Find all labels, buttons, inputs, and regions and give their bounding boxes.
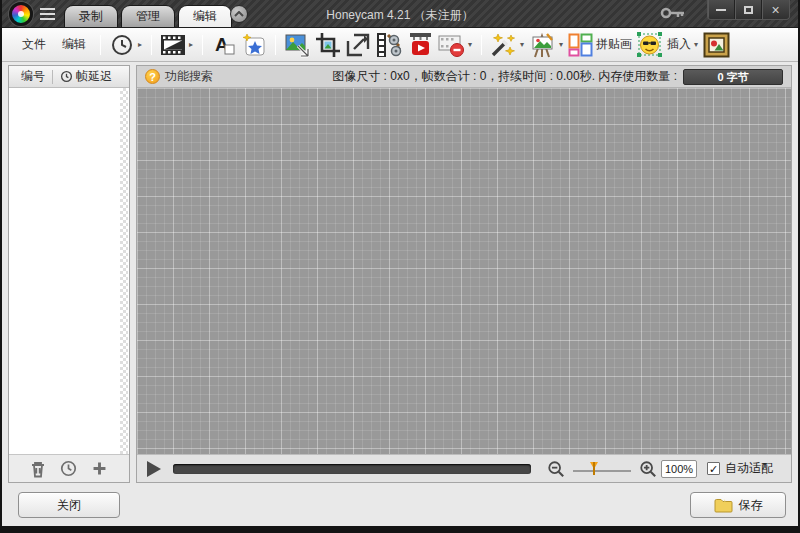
toolbar-separator [275, 35, 276, 55]
effects-button[interactable] [488, 30, 519, 60]
help-question-icon[interactable]: ? [145, 69, 160, 84]
sticker-icon [241, 32, 267, 58]
resize-button[interactable] [343, 30, 373, 60]
insert-button[interactable]: 插入 [634, 30, 693, 60]
easel-icon [529, 32, 556, 58]
playback-bar: 100% ✓ 自动适配 [137, 454, 791, 482]
draw-dropdown-icon[interactable]: ▾ [559, 40, 563, 49]
header-separator [52, 70, 53, 84]
save-button-label: 保存 [739, 497, 763, 514]
maximize-icon [744, 6, 753, 14]
edit-frames-button[interactable] [373, 30, 405, 60]
minimize-button[interactable] [708, 0, 735, 20]
edit-canvas[interactable] [137, 88, 791, 454]
column-number-label: 编号 [21, 68, 45, 85]
image-extract-icon [284, 32, 311, 58]
tab-manage[interactable]: 管理 [121, 5, 175, 27]
save-folder-icon [714, 498, 733, 513]
close-button-label: 关闭 [57, 497, 81, 514]
add-frame-button[interactable] [90, 459, 110, 479]
effects-dropdown-icon[interactable]: ▾ [520, 40, 524, 49]
extract-images-button[interactable] [282, 30, 313, 60]
frame-list[interactable] [9, 88, 129, 454]
crop-button[interactable] [313, 30, 343, 60]
zoom-slider-thumb[interactable] [590, 462, 598, 469]
zoom-out-icon[interactable] [547, 460, 565, 478]
window-body: 录制 管理 编辑 Honeycam 4.21 （未注册） × 文件 编辑 ▸ [2, 0, 798, 526]
magic-wand-icon [490, 32, 517, 58]
minimize-icon [716, 9, 726, 11]
frame-list-scrollbar[interactable] [120, 88, 128, 454]
ribbon-tabs: 录制 管理 编辑 [64, 5, 235, 27]
insert-dropdown-icon[interactable]: ▾ [694, 40, 698, 49]
zoom-slider-track [573, 470, 631, 472]
frame-list-footer [9, 454, 129, 482]
close-button[interactable]: 关闭 [18, 492, 120, 518]
column-delay-label: 帧延迟 [76, 68, 112, 85]
delete-frame-button[interactable] [28, 459, 48, 479]
tab-edit[interactable]: 编辑 [178, 5, 232, 27]
zoom-in-icon[interactable] [639, 460, 657, 478]
add-text-button[interactable]: A [209, 30, 239, 60]
zoom-level-button[interactable]: 100% [661, 460, 697, 478]
insert-label: 插入 [667, 36, 691, 53]
draw-button[interactable] [527, 30, 558, 60]
tab-record[interactable]: 录制 [64, 5, 118, 27]
crop-icon [315, 32, 341, 58]
save-button[interactable]: 保存 [690, 492, 786, 518]
compress-button[interactable] [405, 30, 436, 60]
clock-icon [60, 460, 77, 477]
trash-icon [30, 460, 46, 478]
chevron-up-icon [234, 11, 244, 17]
resize-icon [345, 32, 371, 58]
feature-search[interactable]: 功能搜索 [165, 68, 213, 85]
set-delay-button[interactable] [59, 459, 79, 479]
menu-edit[interactable]: 编辑 [54, 32, 94, 57]
delay-clock-icon [60, 70, 73, 83]
frame-list-panel: 编号 帧延迟 [8, 65, 130, 483]
titlebar: 录制 管理 编辑 Honeycam 4.21 （未注册） × [2, 0, 798, 28]
close-window-button[interactable]: × [762, 0, 789, 20]
frame-edit-icon [375, 32, 403, 58]
frame-options-dropdown-icon[interactable]: ▸ [189, 40, 193, 49]
picture-frame-icon [703, 32, 730, 58]
image-stats-text: 图像尺寸 : 0x0，帧数合计 : 0，持续时间 : 0.00秒. 内存使用数量… [332, 68, 677, 85]
frame-options-button[interactable] [158, 30, 188, 60]
toolbar-separator [100, 35, 101, 55]
collage-label: 拼贴画 [596, 36, 632, 53]
maximize-button[interactable] [735, 0, 762, 20]
autofit-checkbox[interactable]: ✓ [707, 462, 720, 475]
toolbar-separator [202, 35, 203, 55]
frame-delay-dropdown-icon[interactable]: ▸ [138, 40, 142, 49]
frame-list-header: 编号 帧延迟 [9, 66, 129, 88]
remove-frames-dropdown-icon[interactable]: ▾ [468, 40, 472, 49]
autofit-label: 自动适配 [725, 460, 773, 477]
add-sticker-button[interactable] [239, 30, 269, 60]
compress-video-icon [407, 32, 434, 58]
toolbar-separator [151, 35, 152, 55]
close-icon: × [771, 3, 779, 17]
seek-bar[interactable] [173, 464, 531, 474]
menu-hamburger-icon[interactable] [40, 8, 55, 20]
window-controls: × [707, 0, 790, 20]
collage-button[interactable]: 拼贴画 [566, 30, 634, 60]
toolbar-separator [481, 35, 482, 55]
zoom-slider[interactable] [573, 462, 631, 476]
text-icon: A [211, 32, 237, 58]
clock-icon [110, 33, 134, 57]
collapse-ribbon-button[interactable] [230, 5, 248, 23]
remove-frames-button[interactable] [436, 30, 467, 60]
menu-file[interactable]: 文件 [14, 32, 54, 57]
border-frame-button[interactable] [701, 30, 732, 60]
register-key-icon[interactable] [660, 6, 686, 20]
editor-panel: ? 功能搜索 图像尺寸 : 0x0，帧数合计 : 0，持续时间 : 0.00秒.… [136, 65, 792, 483]
frame-delay-button[interactable] [107, 30, 137, 60]
plus-icon [91, 460, 108, 477]
play-button[interactable] [147, 461, 161, 477]
status-info-group: 图像尺寸 : 0x0，帧数合计 : 0，持续时间 : 0.00秒. 内存使用数量… [332, 68, 783, 85]
emoji-sunglasses-icon [636, 31, 664, 58]
app-logo-icon[interactable] [9, 2, 33, 26]
film-frame-icon [160, 34, 186, 56]
remove-frame-icon [438, 32, 465, 58]
collage-grid-icon [568, 33, 593, 57]
